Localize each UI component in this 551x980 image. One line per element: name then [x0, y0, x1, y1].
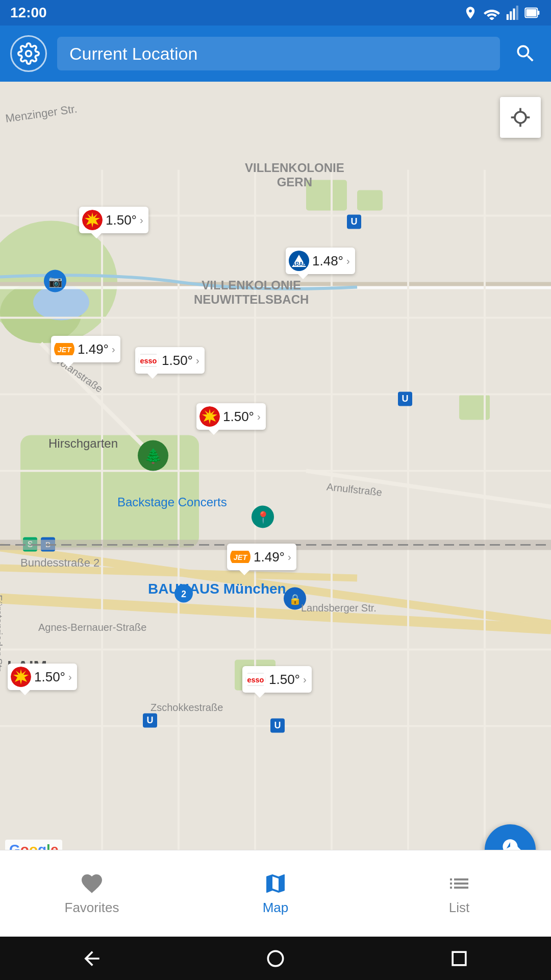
map-label-bauhaus: BAUHAUS München — [148, 581, 286, 597]
map-label-villenkolonie-neu: VILLENKOLONIENEUWITTELSBACH — [194, 278, 309, 307]
list-icon — [447, 871, 471, 896]
esso-logo-1: esso — [138, 350, 159, 371]
search-text: Current Location — [69, 44, 197, 64]
svg-rect-3 — [516, 6, 518, 20]
shell-logo-3 — [11, 667, 31, 687]
svg-rect-12 — [20, 435, 199, 548]
jet-logo-1: JET — [54, 339, 74, 359]
home-button[interactable] — [264, 947, 287, 970]
price-text-shell-1: 1.50° — [106, 212, 137, 228]
esso-logo-2: esso — [245, 669, 266, 690]
svg-rect-1 — [510, 11, 512, 20]
search-button[interactable] — [510, 38, 541, 69]
svg-text:esso: esso — [247, 676, 264, 684]
price-marker-jet-1[interactable]: JET 1.49° › — [51, 336, 120, 362]
back-icon — [81, 947, 103, 970]
map-label-fuerstenrieder: Fürstenrieder Str. — [0, 595, 4, 674]
map-area[interactable]: U U U U S B 🌲 📷 📍 🔒 2 — [0, 82, 551, 891]
aral-logo-1: ARAL — [289, 251, 309, 271]
svg-text:📍: 📍 — [256, 510, 270, 524]
search-icon — [514, 42, 537, 65]
svg-text:📷: 📷 — [48, 275, 63, 288]
nav-favorites[interactable]: Favorites — [0, 866, 184, 921]
map-label-agnes: Agnes-Bernauer-Straße — [38, 622, 146, 633]
svg-text:🌲: 🌲 — [144, 448, 162, 464]
svg-text:U: U — [147, 715, 154, 725]
arrow-aral-1: › — [346, 255, 350, 267]
map-icon — [263, 871, 288, 896]
android-nav-bar — [0, 937, 551, 980]
battery-icon — [524, 6, 541, 20]
map-label-backstage: Backstage Concerts — [117, 495, 227, 509]
arrow-shell-2: › — [257, 411, 261, 423]
arrow-esso-1: › — [196, 355, 199, 366]
nav-map[interactable]: Map — [184, 866, 367, 921]
svg-rect-81 — [453, 952, 466, 965]
settings-button[interactable] — [10, 35, 47, 72]
price-text-shell-3: 1.50° — [34, 669, 65, 685]
location-status-icon — [463, 6, 478, 20]
arrow-shell-1: › — [140, 214, 143, 226]
price-text-shell-2: 1.50° — [223, 409, 254, 425]
svg-point-80 — [268, 951, 283, 966]
map-label-hirschgarten: Hirschgarten — [48, 436, 118, 451]
settings-icon — [17, 42, 40, 65]
price-text-jet-1: 1.49° — [78, 341, 109, 357]
status-time: 12:00 — [10, 5, 47, 21]
map-label-villenkolonie-gern: VILLENKOLONIEGERN — [245, 161, 344, 189]
map-label-zschokke: Zschokkestraße — [151, 702, 223, 714]
status-icons — [463, 6, 541, 20]
nav-list[interactable]: List — [367, 866, 551, 921]
price-text-esso-1: 1.50° — [162, 353, 193, 369]
svg-rect-14 — [357, 190, 383, 211]
search-bar[interactable]: Current Location — [57, 37, 500, 70]
price-marker-shell-3[interactable]: 1.50° › — [8, 664, 77, 690]
price-text-jet-2: 1.49° — [254, 549, 285, 565]
back-button[interactable] — [81, 947, 103, 970]
nav-map-label: Map — [263, 900, 289, 916]
price-text-esso-2: 1.50° — [269, 672, 300, 688]
map-label-bundesstrasse: Bundesstraße 2 — [20, 556, 99, 570]
crosshair-icon — [509, 106, 532, 129]
recents-button[interactable] — [448, 947, 470, 970]
nav-list-label: List — [449, 900, 469, 916]
price-marker-jet-2[interactable]: JET 1.49° › — [227, 544, 296, 570]
svg-text:U: U — [351, 216, 358, 227]
svg-text:U: U — [402, 394, 409, 404]
svg-text:JET: JET — [58, 346, 72, 354]
jet-logo-2: JET — [230, 547, 251, 567]
arrow-shell-3: › — [68, 671, 72, 683]
svg-text:JET: JET — [234, 553, 248, 561]
price-marker-shell-2[interactable]: 1.50° › — [196, 403, 266, 430]
svg-text:🔒: 🔒 — [289, 593, 302, 605]
svg-rect-5 — [537, 11, 539, 15]
header: Current Location — [0, 26, 551, 82]
svg-rect-0 — [507, 14, 509, 20]
price-marker-aral-1[interactable]: ARAL 1.48° › — [286, 248, 355, 274]
price-marker-esso-2[interactable]: esso 1.50° › — [242, 666, 312, 693]
svg-rect-6 — [526, 9, 536, 17]
status-bar: 12:00 — [0, 0, 551, 26]
signal-icon — [506, 6, 518, 20]
favorites-icon — [80, 871, 104, 896]
price-marker-shell-1[interactable]: 1.50° › — [79, 207, 148, 233]
bottom-nav: Favorites Map List — [0, 850, 551, 937]
home-icon — [264, 947, 287, 970]
map-label-landsberger: Landsberger Str. — [301, 602, 377, 614]
arrow-jet-1: › — [112, 344, 115, 355]
shell-logo-1 — [82, 210, 103, 230]
svg-point-7 — [26, 51, 32, 57]
svg-rect-2 — [513, 9, 515, 20]
svg-point-60 — [515, 112, 526, 123]
svg-text:U: U — [274, 720, 281, 730]
my-location-button[interactable] — [500, 97, 541, 138]
price-marker-esso-1[interactable]: esso 1.50° › — [135, 347, 205, 374]
wifi-icon — [484, 6, 500, 20]
arrow-esso-2: › — [303, 674, 307, 685]
svg-text:esso: esso — [140, 357, 157, 365]
arrow-jet-2: › — [288, 551, 291, 563]
nav-favorites-label: Favorites — [65, 900, 119, 916]
shell-logo-2 — [199, 406, 220, 427]
map-background: U U U U S B 🌲 📷 📍 🔒 2 — [0, 82, 551, 891]
price-text-aral-1: 1.48° — [312, 253, 343, 269]
